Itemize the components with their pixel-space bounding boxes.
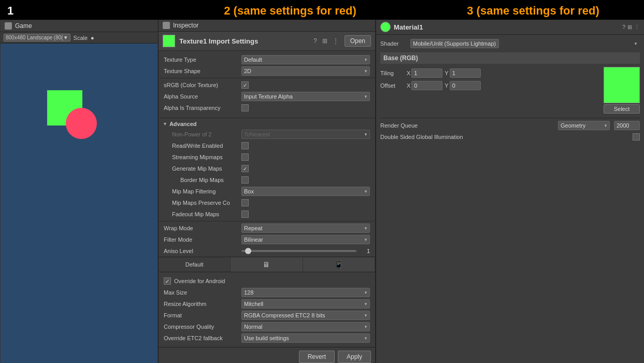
override-etc2-label: Override ETC2 fallback (164, 335, 241, 341)
shader-select-wrapper[interactable]: Mobile/Unlit (Supports Lightmap) (410, 39, 640, 48)
settings-icon[interactable]: ⊞ (321, 37, 329, 45)
wrap-mode-select[interactable]: Repeat (241, 224, 370, 233)
streaming-mip-checkbox[interactable] (241, 153, 249, 161)
border-mip-row: Border Mip Maps (159, 174, 375, 186)
offset-y-input[interactable] (450, 81, 481, 90)
offset-x-input[interactable] (411, 81, 442, 90)
read-write-checkbox[interactable] (241, 142, 249, 149)
texture-type-select[interactable]: Default (241, 55, 370, 64)
mat-more-icon[interactable]: ⋮ (634, 24, 640, 31)
max-size-select[interactable]: 128 (241, 288, 370, 297)
top-labels-row: 1 2 (same settings for red) 3 (same sett… (0, 0, 644, 20)
mat-settings-icon[interactable]: ⊞ (627, 24, 632, 31)
advanced-section-header[interactable]: ▼ Advanced (159, 119, 375, 129)
override-etc2-select[interactable]: Use build settings (241, 333, 370, 343)
alpha-source-row: Alpha Source Input Texture Alpha (159, 91, 375, 102)
dsgi-checkbox[interactable] (633, 133, 640, 141)
alpha-source-label: Alpha Source (164, 93, 241, 100)
mip-filter-select[interactable]: Box (241, 187, 370, 196)
texture-shape-select[interactable]: 2D (241, 66, 370, 76)
srgb-checkbox[interactable] (241, 81, 249, 89)
max-size-select-wrapper[interactable]: 128 (241, 288, 370, 297)
mip-filter-select-wrapper[interactable]: Box (241, 187, 370, 196)
apply-button[interactable]: Apply (338, 351, 371, 363)
inspector-header: Inspector (159, 20, 375, 32)
render-queue-number[interactable] (614, 121, 640, 130)
select-texture-button[interactable]: Select (604, 104, 640, 114)
filter-mode-select-wrapper[interactable]: Bilinear (241, 235, 370, 244)
format-select[interactable]: RGBA Compressed ETC2 8 bits (241, 311, 370, 320)
tiling-x-input[interactable] (411, 68, 442, 78)
mip-preserve-checkbox[interactable] (241, 199, 249, 206)
generate-mip-checkbox[interactable] (241, 165, 249, 172)
shader-select[interactable]: Mobile/Unlit (Supports Lightmap) (410, 39, 499, 48)
wrap-mode-select-wrapper[interactable]: Repeat (241, 224, 370, 233)
revert-button[interactable]: Revert (299, 351, 335, 363)
border-mip-checkbox[interactable] (241, 176, 249, 184)
texture-thumbnail (163, 35, 175, 47)
offset-label: Offset (380, 82, 404, 89)
texture-preview-container: Select (604, 67, 640, 114)
render-queue-select-wrapper[interactable]: Geometry (558, 121, 610, 130)
resize-algo-select-wrapper[interactable]: Mitchell (241, 299, 370, 309)
divider-2 (159, 118, 375, 118)
scale-label: Scale (74, 35, 88, 41)
inspector-tab-label[interactable]: Inspector (173, 22, 198, 29)
platform-tabs: Default 🖥 📱 (159, 257, 375, 272)
base-rgb-content: Tiling X Y (380, 67, 640, 114)
compressor-quality-select[interactable]: Normal (241, 322, 370, 331)
aniso-track[interactable] (241, 250, 356, 252)
alpha-transparency-checkbox[interactable] (241, 104, 249, 111)
game-icon (5, 22, 12, 30)
format-select-wrapper[interactable]: RGBA Compressed ETC2 8 bits (241, 311, 370, 320)
game-tab-label[interactable]: Game (15, 22, 32, 30)
section-label-3: 3 (same settings for red) (422, 4, 644, 18)
tiling-y-input[interactable] (450, 68, 481, 78)
read-write-label: Read/Write Enabled (164, 143, 241, 149)
mat-help-icon[interactable]: ? (622, 24, 625, 31)
texture-shape-select-wrapper[interactable]: 2D (241, 66, 370, 76)
platform-tab-default-label: Default (185, 261, 204, 268)
divider-1 (159, 78, 375, 78)
override-android-checkbox[interactable] (164, 277, 171, 285)
resize-algo-select[interactable]: Mitchell (241, 299, 370, 309)
help-icon[interactable]: ? (312, 37, 319, 45)
alpha-source-select[interactable]: Input Texture Alpha (241, 92, 370, 101)
material-title: Material1 (394, 23, 423, 31)
filter-mode-row: Filter Mode Bilinear (159, 234, 375, 245)
fadeout-checkbox[interactable] (241, 211, 249, 218)
mip-filter-label: Mip Map Filtering (164, 188, 241, 194)
more-icon[interactable]: ⋮ (331, 37, 340, 45)
platform-tab-android[interactable]: 📱 (303, 257, 375, 272)
resolution-dropdown[interactable]: 800x480 Landscape (80(▼ (4, 34, 70, 41)
android-override-section: Override for Android Max Size 128 Resize… (159, 272, 375, 347)
aniso-value: 1 (360, 248, 370, 254)
section-label-2: 2 (same settings for red) (158, 4, 422, 18)
border-mip-label: Border Mip Maps (164, 177, 241, 183)
material-icon (380, 22, 391, 32)
aniso-thumb[interactable] (245, 248, 251, 254)
material-body: Shader Mobile/Unlit (Supports Lightmap) … (376, 35, 644, 146)
non-power-label: Non-Power of 2 (164, 131, 241, 137)
texture-type-select-wrapper[interactable]: Default (241, 55, 370, 64)
srgb-label: sRGB (Color Texture) (164, 82, 241, 88)
aniso-label: Aniso Level (164, 248, 241, 254)
game-toolbar: 800x480 Landscape (80(▼ Scale ● (1, 32, 158, 44)
shader-label: Shader (380, 40, 406, 47)
compressor-quality-select-wrapper[interactable]: Normal (241, 322, 370, 331)
platform-tab-monitor[interactable]: 🖥 (231, 257, 303, 272)
platform-tab-default[interactable]: Default (159, 257, 231, 272)
render-queue-select[interactable]: Geometry (558, 121, 610, 130)
filter-mode-select[interactable]: Bilinear (241, 235, 370, 244)
import-settings-header: Texture1 Import Settings ? ⊞ ⋮ Open (159, 32, 375, 51)
inspector-panel: Inspector Texture1 Import Settings ? ⊞ ⋮… (158, 20, 376, 363)
aniso-slider-container: 1 (241, 248, 370, 254)
alpha-transparency-checkbox-container (241, 104, 370, 111)
alpha-transparency-row: Alpha Is Transparency (159, 102, 375, 114)
material-header-icons: ? ⊞ ⋮ (622, 24, 640, 31)
override-etc2-select-wrapper[interactable]: Use build settings (241, 333, 370, 343)
open-button[interactable]: Open (345, 35, 371, 47)
alpha-source-select-wrapper[interactable]: Input Texture Alpha (241, 92, 370, 101)
aniso-row: Aniso Level 1 (159, 245, 375, 257)
mip-preserve-label: Mip Maps Preserve Co (164, 200, 241, 206)
